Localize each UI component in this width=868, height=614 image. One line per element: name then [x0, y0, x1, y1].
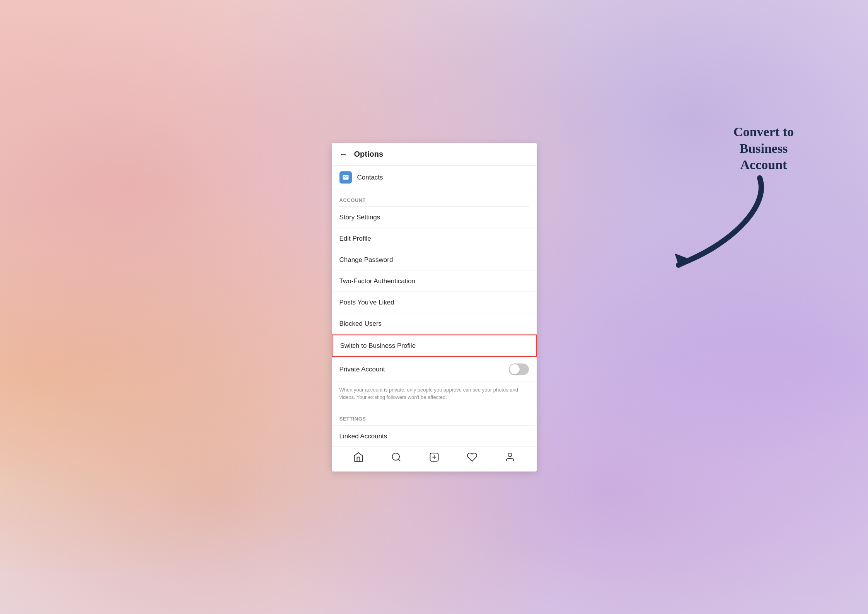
phone-screen: ← Options Contacts ACCOUNT Story Setting… [332, 143, 537, 471]
private-account-toggle[interactable] [509, 363, 529, 375]
bottom-navigation [332, 446, 537, 471]
back-button[interactable]: ← [339, 149, 348, 159]
story-settings-label: Story Settings [339, 213, 380, 221]
change-password-item[interactable]: Change Password [332, 249, 537, 270]
add-icon[interactable] [429, 452, 440, 465]
svg-point-5 [508, 453, 512, 457]
contacts-label: Contacts [357, 173, 383, 181]
private-account-description: When your account is private, only peopl… [332, 382, 537, 408]
posts-liked-label: Posts You've Liked [339, 298, 394, 306]
account-section-header: ACCOUNT [332, 189, 537, 206]
linked-accounts-item[interactable]: Linked Accounts [332, 425, 537, 446]
contacts-row[interactable]: Contacts [332, 166, 537, 189]
two-factor-label: Two-Factor Authentication [339, 277, 416, 285]
account-section-title: ACCOUNT [339, 197, 366, 203]
profile-icon[interactable] [505, 452, 515, 465]
settings-section-title: SETTINGS [339, 416, 366, 421]
story-settings-item[interactable]: Story Settings [332, 207, 537, 228]
blocked-users-label: Blocked Users [339, 320, 382, 327]
posts-liked-item[interactable]: Posts You've Liked [332, 292, 537, 313]
blocked-users-item[interactable]: Blocked Users [332, 313, 537, 334]
contacts-icon [339, 171, 352, 183]
edit-profile-label: Edit Profile [339, 234, 371, 242]
svg-line-1 [398, 459, 400, 461]
edit-profile-item[interactable]: Edit Profile [332, 228, 537, 249]
switch-business-profile-label: Switch to Business Profile [340, 342, 416, 349]
private-account-row: Private Account [332, 357, 537, 382]
settings-section-header: SETTINGS [332, 408, 537, 425]
home-icon[interactable] [353, 452, 364, 465]
change-password-label: Change Password [339, 256, 393, 263]
page-title: Options [354, 150, 384, 159]
switch-business-profile-item[interactable]: Switch to Business Profile [332, 334, 537, 357]
search-icon[interactable] [391, 452, 402, 465]
linked-accounts-label: Linked Accounts [339, 432, 387, 440]
private-account-label: Private Account [339, 365, 385, 373]
svg-point-0 [392, 453, 399, 460]
page-header: ← Options [332, 143, 537, 166]
two-factor-item[interactable]: Two-Factor Authentication [332, 270, 537, 292]
heart-icon[interactable] [467, 452, 477, 465]
toggle-knob [510, 364, 520, 374]
